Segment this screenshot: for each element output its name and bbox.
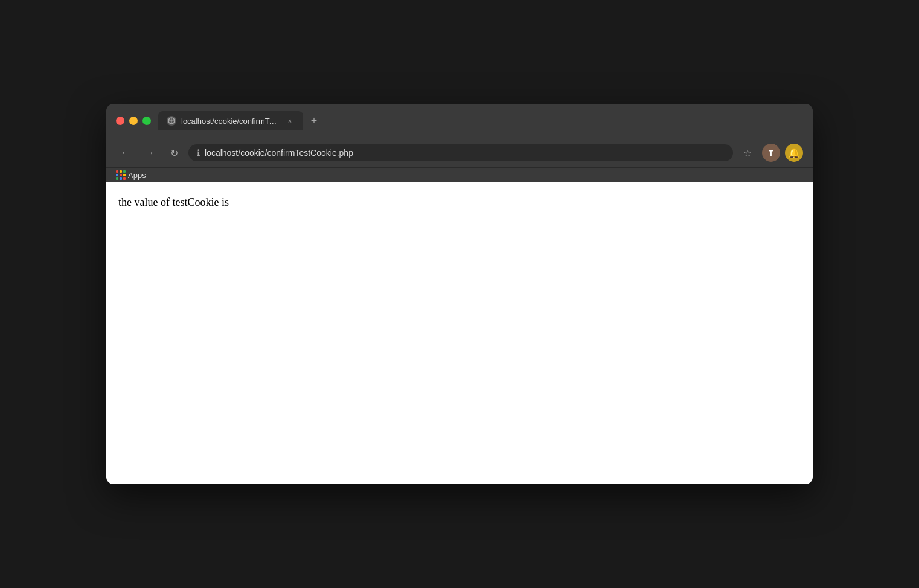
forward-button[interactable]: → <box>140 143 159 162</box>
close-button[interactable] <box>116 117 124 125</box>
title-bar: localhost/cookie/confirmTestCoo × + <box>106 104 813 138</box>
apps-grid-icon <box>116 170 126 180</box>
back-button[interactable]: ← <box>116 143 135 162</box>
tab-favicon <box>167 116 176 126</box>
address-path: /cookie/confirmTestCookie.php <box>238 148 353 158</box>
minimize-button[interactable] <box>129 117 138 125</box>
address-bar[interactable]: ℹ localhost/cookie/confirmTestCookie.php <box>188 144 733 161</box>
new-tab-button[interactable]: + <box>306 112 322 129</box>
page-content: the value of testCookie is <box>106 182 813 484</box>
notification-button[interactable]: 🔔 <box>785 144 803 162</box>
tab-close-button[interactable]: × <box>285 116 295 126</box>
apps-bookmark[interactable]: Apps <box>128 171 146 180</box>
address-text: localhost/cookie/confirmTestCookie.php <box>205 148 725 158</box>
nav-bar: ← → ↻ ℹ localhost/cookie/confirmTestCook… <box>106 138 813 167</box>
profile-button[interactable]: T <box>762 144 780 162</box>
bookmarks-bar: Apps <box>106 167 813 182</box>
tab-bar: localhost/cookie/confirmTestCoo × + <box>158 111 803 130</box>
active-tab[interactable]: localhost/cookie/confirmTestCoo × <box>158 111 303 130</box>
maximize-button[interactable] <box>142 117 151 125</box>
tab-title: localhost/cookie/confirmTestCoo <box>181 117 280 126</box>
info-icon: ℹ <box>197 148 200 158</box>
address-protocol: localhost <box>205 148 238 158</box>
bookmark-button[interactable]: ☆ <box>738 143 757 162</box>
window-controls <box>116 117 151 125</box>
page-text: the value of testCookie is <box>118 194 801 211</box>
browser-window: localhost/cookie/confirmTestCoo × + ← → … <box>106 104 813 484</box>
nav-actions: ☆ T 🔔 <box>738 143 803 162</box>
reload-button[interactable]: ↻ <box>164 143 184 162</box>
